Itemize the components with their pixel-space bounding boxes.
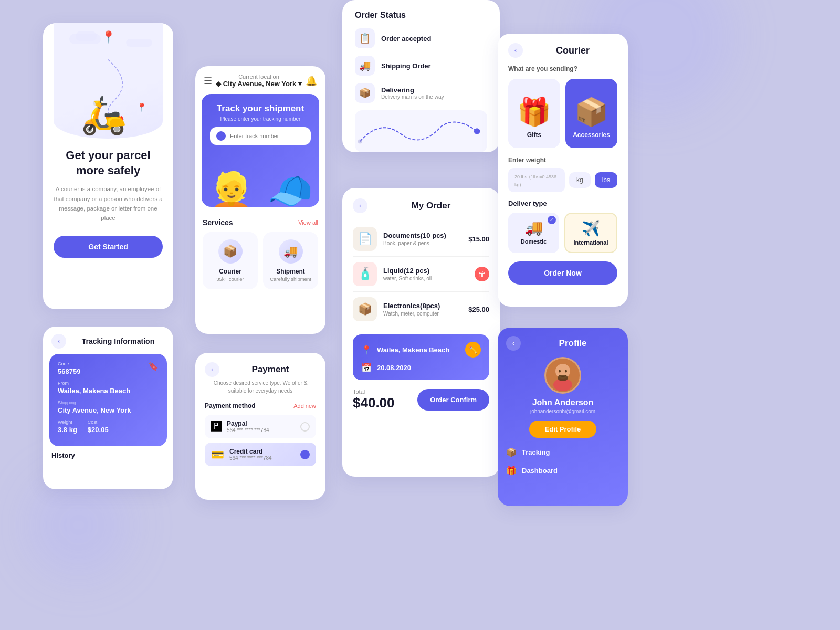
tracking-nav-icon: 📦 <box>506 447 517 457</box>
electronics-price: $25.00 <box>468 306 489 313</box>
edit-profile-button[interactable]: Edit Profile <box>529 421 597 438</box>
international-option[interactable]: ✈️ International <box>564 213 617 253</box>
documents-info: Documents(10 pcs) Book, paper & pens <box>383 232 468 246</box>
track-header: ☰ Current location ◆ City Avenue, New Yo… <box>195 66 326 88</box>
edit-location-button[interactable]: ✏️ <box>465 342 481 358</box>
paypal-num: 564 *** **** ***784 <box>227 427 300 433</box>
svg-point-6 <box>558 375 568 381</box>
domestic-option[interactable]: ✓ 🚚 Domestic <box>508 213 559 253</box>
status-accepted: 📋 Order accepted <box>355 28 487 48</box>
order-location: 📍 Wailea, Makena Beach ✏️ 📅 20.08.2020 <box>353 334 489 380</box>
courier-header: ‹ Courier <box>508 43 617 58</box>
what-grid: 🎁 Gifts 📦 Accessories <box>508 79 617 148</box>
location-label: Current location <box>238 74 279 80</box>
bell-icon[interactable]: 🔔 <box>306 75 317 87</box>
gifts-option[interactable]: 🎁 Gifts <box>508 79 560 148</box>
search-icon <box>216 131 226 141</box>
profile-avatar-wrap: John Anderson johnandersonhi@gmail.com E… <box>498 357 628 438</box>
credit-card-name: Credit card <box>229 448 300 455</box>
nav-tracking[interactable]: 📦 Tracking <box>506 443 620 461</box>
paypal-radio[interactable] <box>300 422 310 432</box>
order-now-button[interactable]: Order Now <box>508 261 617 285</box>
accessories-figure: 📦 <box>573 86 610 128</box>
shipment-sub: Carefully shipment <box>267 276 314 282</box>
code-row: Code 568759 <box>58 361 159 375</box>
tracking-back-button[interactable]: ‹ <box>51 334 66 349</box>
tracking-title: Tracking Information <box>71 337 165 345</box>
status-delivering: 📦 Delivering Delivery man is on the way <box>355 83 487 103</box>
payment-method-label: Payment method <box>205 402 256 410</box>
shipping-icon: 🚚 <box>355 56 375 76</box>
services-title: Services <box>203 218 233 227</box>
order-status-card: Order Status 📋 Order accepted 🚚 Shipping… <box>342 0 500 152</box>
total-section: Total $40.00 <box>353 388 395 411</box>
my-order-title: My Order <box>373 201 489 211</box>
get-started-button[interactable]: Get Started <box>54 236 163 258</box>
paypal-logo-icon: 🅿 <box>211 421 222 433</box>
tracking-body: 🔖 Code 568759 From Wailea, Makena Beach … <box>49 354 167 446</box>
kg-button[interactable]: kg <box>569 172 591 188</box>
back-button[interactable]: ‹ <box>353 198 368 213</box>
menu-icon[interactable]: ☰ <box>204 75 212 87</box>
view-all-link[interactable]: View all <box>298 219 318 226</box>
services-header: Services View all <box>203 218 318 227</box>
payment-subtitle: Choose desired service type. We offer & … <box>205 379 316 395</box>
payment-back-button[interactable]: ‹ <box>205 362 219 377</box>
accepted-icon: 📋 <box>355 28 375 48</box>
weight-cost-row: Weight 3.8 kg Cost $20.05 <box>58 419 159 439</box>
calendar-icon: 📅 <box>361 363 372 373</box>
order-total: Total $40.00 Order Confirm <box>353 388 489 411</box>
credit-card-option[interactable]: 💳 Credit card 564 *** **** ***784 <box>205 443 316 466</box>
delivering-label: Delivering <box>381 86 444 94</box>
paypal-name: Paypal <box>227 420 300 427</box>
deliver-label: Deliver type <box>508 200 617 207</box>
liquid-sub: water, Soft drinks, oil <box>383 276 470 281</box>
shipping-label: Shipping Order <box>381 62 431 70</box>
liquid-info: Liquid(12 pcs) water, Soft drinks, oil <box>383 267 470 281</box>
svg-point-0 <box>474 128 480 134</box>
history-label: History <box>43 446 173 461</box>
courier-name: Courier <box>207 268 254 275</box>
service-shipment[interactable]: 🚚 Shipment Carefully shipment <box>263 232 318 289</box>
track-number-input[interactable] <box>230 133 304 139</box>
credit-card-radio[interactable] <box>300 450 310 459</box>
electronics-icon: 📦 <box>353 297 377 321</box>
parcel-illustration: 📍 📍 🛵 <box>54 23 163 139</box>
documents-price: $15.00 <box>468 235 489 243</box>
weight-label: Enter weight <box>508 156 617 164</box>
order-confirm-button[interactable]: Order Confirm <box>417 389 489 411</box>
courier-back-button[interactable]: ‹ <box>508 43 523 58</box>
from-label: From <box>58 381 159 386</box>
profile-nav: 📦 Tracking 🎁 Dashboard <box>498 438 628 480</box>
location-pin-icon: 📍 <box>361 345 372 355</box>
dashboard-nav-icon: 🎁 <box>506 466 517 476</box>
cost-value: $20.05 <box>88 426 109 434</box>
profile-back-button[interactable]: ‹ <box>506 336 521 351</box>
dashboard-nav-label: Dashboard <box>522 467 558 475</box>
paypal-option[interactable]: 🅿 Paypal 564 *** **** ***784 <box>205 415 316 438</box>
courier-card: ‹ Courier What are you sending? 🎁 Gifts … <box>498 34 628 307</box>
international-icon: ✈️ <box>570 220 612 237</box>
track-subtitle: Please enter your tracking number <box>210 116 311 122</box>
accessories-option[interactable]: 📦 Accessories <box>565 79 617 148</box>
location-row: 📍 Wailea, Makena Beach ✏️ <box>361 342 481 358</box>
profile-card: ‹ Profile John Anderson johnandersonhi@g… <box>498 328 628 506</box>
services-section: Services View all 📦 Courier 35k+ courier… <box>195 213 326 295</box>
accepted-label: Order accepted <box>381 35 431 43</box>
svg-point-1 <box>358 140 362 144</box>
delete-liquid-button[interactable]: 🗑 <box>475 267 489 281</box>
profile-email: johnandersonhi@gmail.com <box>530 408 595 414</box>
weight-row: 20 lbs (1lbs=0.4536 kg) kg lbs <box>508 168 617 192</box>
paypal-info: Paypal 564 *** **** ***784 <box>227 420 300 433</box>
service-courier[interactable]: 📦 Courier 35k+ courier <box>203 232 258 289</box>
credit-card-icon: 💳 <box>211 448 224 461</box>
credit-card-num: 564 *** **** ***784 <box>229 455 300 461</box>
add-new-link[interactable]: Add new <box>293 403 316 409</box>
documents-name: Documents(10 pcs) <box>383 232 468 239</box>
svg-point-5 <box>565 370 567 373</box>
nav-dashboard[interactable]: 🎁 Dashboard <box>506 461 620 480</box>
lbs-button[interactable]: lbs <box>595 172 617 188</box>
profile-name: John Anderson <box>532 398 594 407</box>
payment-card: ‹ Payment Choose desired service type. W… <box>195 353 326 500</box>
weight-row: Weight 3.8 kg <box>58 419 77 434</box>
